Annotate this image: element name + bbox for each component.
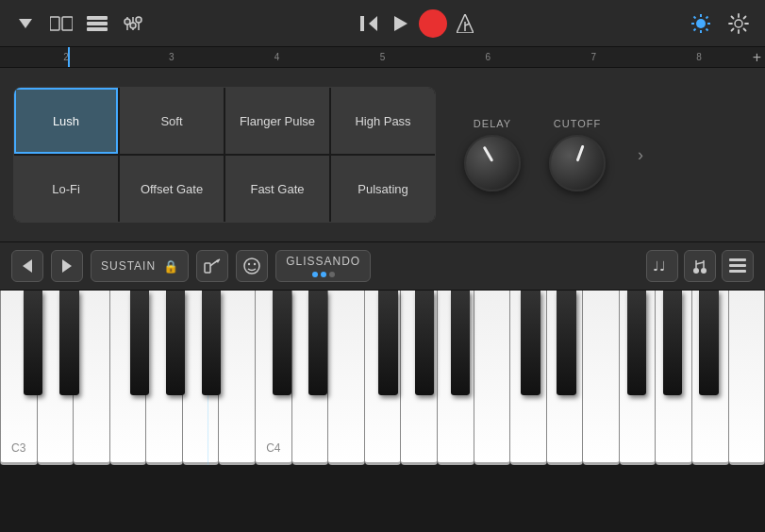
ruler-mark-7: 7 bbox=[540, 52, 646, 62]
ruler-mark-4: 4 bbox=[225, 52, 330, 62]
svg-marker-28 bbox=[23, 259, 32, 273]
svg-marker-14 bbox=[394, 16, 407, 31]
glissando-label: GLISSANDO bbox=[286, 255, 360, 268]
svg-rect-5 bbox=[87, 27, 108, 31]
svg-point-27 bbox=[735, 20, 742, 27]
c3-label: C3 bbox=[11, 441, 25, 455]
knobs-area: DELAY CUTOFF › bbox=[445, 77, 765, 232]
svg-line-24 bbox=[707, 28, 708, 30]
black-key-ds4[interactable] bbox=[308, 291, 327, 395]
cutoff-label: CUTOFF bbox=[554, 118, 601, 129]
play-button[interactable] bbox=[387, 9, 415, 38]
svg-rect-42 bbox=[729, 264, 746, 267]
white-key-b3[interactable] bbox=[219, 291, 256, 465]
arp-button[interactable] bbox=[196, 250, 228, 282]
preset-lo-fi[interactable]: Lo-Fi bbox=[14, 156, 118, 222]
piano-keyboard[interactable]: C3 C4 bbox=[0, 291, 765, 465]
lock-icon: 🔒 bbox=[163, 259, 178, 274]
black-key-gs5[interactable] bbox=[663, 291, 682, 395]
glissando-dots bbox=[312, 272, 335, 277]
white-key-b5[interactable] bbox=[729, 291, 765, 465]
ruler-mark-8: 8 bbox=[646, 52, 752, 62]
sustain-button[interactable]: SUSTAIN 🔒 bbox=[91, 250, 189, 282]
cutoff-knob[interactable] bbox=[549, 135, 606, 191]
black-key-fs4[interactable] bbox=[378, 291, 397, 395]
svg-line-25 bbox=[707, 16, 708, 18]
right-controls: ♩♩ bbox=[646, 250, 754, 282]
black-key-cs3[interactable] bbox=[24, 291, 42, 395]
chord-button[interactable] bbox=[684, 250, 716, 282]
record-button[interactable] bbox=[419, 9, 447, 38]
expand-arrow-icon[interactable]: › bbox=[634, 141, 647, 169]
track-list-button[interactable] bbox=[722, 250, 754, 282]
ruler-mark-5: 5 bbox=[330, 52, 436, 62]
black-key-cs4[interactable] bbox=[273, 291, 291, 395]
svg-line-40 bbox=[696, 262, 704, 264]
rewind-button[interactable] bbox=[355, 9, 383, 38]
controls-bar: SUSTAIN 🔒 GLISSANDO ♩♩ bbox=[0, 241, 765, 291]
cutoff-knob-group: CUTOFF bbox=[549, 118, 606, 191]
ruler-mark-6: 6 bbox=[435, 52, 540, 62]
preset-pulsating[interactable]: Pulsating bbox=[331, 156, 435, 222]
preset-fast-gate[interactable]: Fast Gate bbox=[225, 156, 329, 222]
dot-2 bbox=[321, 272, 326, 277]
black-key-fs3[interactable] bbox=[130, 291, 149, 395]
dot-1 bbox=[312, 272, 318, 277]
svg-marker-0 bbox=[19, 19, 32, 28]
white-key-e3[interactable] bbox=[74, 291, 110, 465]
black-key-as4[interactable] bbox=[451, 291, 470, 395]
svg-point-11 bbox=[136, 17, 141, 23]
toolbar bbox=[0, 0, 765, 47]
svg-marker-29 bbox=[62, 259, 72, 273]
track-view-button[interactable] bbox=[47, 9, 75, 38]
svg-point-18 bbox=[696, 19, 706, 28]
metronome-button[interactable] bbox=[451, 9, 479, 38]
svg-rect-1 bbox=[50, 17, 59, 30]
preset-offset-gate[interactable]: Offset Gate bbox=[120, 156, 224, 222]
preset-flanger-pulse[interactable]: Flanger Pulse bbox=[225, 88, 329, 154]
svg-rect-13 bbox=[360, 16, 364, 31]
black-key-ds5[interactable] bbox=[557, 291, 575, 395]
svg-point-10 bbox=[130, 23, 136, 28]
black-key-gs3[interactable] bbox=[166, 291, 185, 395]
svg-marker-12 bbox=[369, 16, 377, 31]
black-key-as5[interactable] bbox=[699, 291, 718, 395]
black-key-fs5[interactable] bbox=[627, 291, 646, 395]
black-key-gs4[interactable] bbox=[415, 291, 434, 395]
glissando-button[interactable]: GLISSANDO bbox=[275, 250, 371, 282]
dot-3 bbox=[329, 272, 335, 277]
settings-button[interactable] bbox=[723, 8, 754, 39]
svg-point-9 bbox=[125, 19, 130, 25]
delay-knob[interactable] bbox=[464, 135, 521, 191]
brightness-button[interactable] bbox=[686, 8, 716, 39]
preset-lush[interactable]: Lush bbox=[14, 88, 118, 154]
add-track-button[interactable]: + bbox=[753, 49, 761, 66]
back-button[interactable] bbox=[11, 250, 43, 282]
svg-line-23 bbox=[694, 16, 696, 18]
list-view-button[interactable] bbox=[83, 9, 111, 38]
svg-rect-41 bbox=[729, 258, 746, 261]
preset-high-pass[interactable]: High Pass bbox=[331, 88, 435, 154]
white-key-e4[interactable] bbox=[328, 291, 365, 465]
svg-point-34 bbox=[254, 263, 256, 265]
dropdown-button[interactable] bbox=[11, 9, 40, 38]
white-key-b4[interactable] bbox=[474, 291, 511, 465]
mixer-button[interactable] bbox=[119, 9, 147, 38]
forward-button[interactable] bbox=[51, 250, 83, 282]
white-key-e5[interactable] bbox=[583, 291, 620, 465]
notes-view-button[interactable]: ♩♩ bbox=[646, 250, 678, 282]
preset-soft[interactable]: Soft bbox=[120, 88, 224, 154]
delay-knob-group: DELAY bbox=[464, 118, 521, 191]
ruler-mark-3: 3 bbox=[119, 52, 225, 62]
black-key-ds3[interactable] bbox=[59, 291, 78, 395]
delay-label: DELAY bbox=[474, 118, 511, 129]
ruler-marks: 2 3 4 5 6 7 8 bbox=[13, 52, 752, 62]
svg-rect-43 bbox=[729, 270, 746, 273]
svg-rect-3 bbox=[87, 16, 108, 20]
svg-rect-2 bbox=[62, 17, 73, 30]
emoji-button[interactable] bbox=[236, 250, 268, 282]
ruler: 2 3 4 5 6 7 8 + bbox=[0, 47, 765, 68]
c4-label: C4 bbox=[266, 441, 280, 455]
black-key-as3[interactable] bbox=[202, 291, 221, 395]
black-key-cs5[interactable] bbox=[521, 291, 540, 395]
